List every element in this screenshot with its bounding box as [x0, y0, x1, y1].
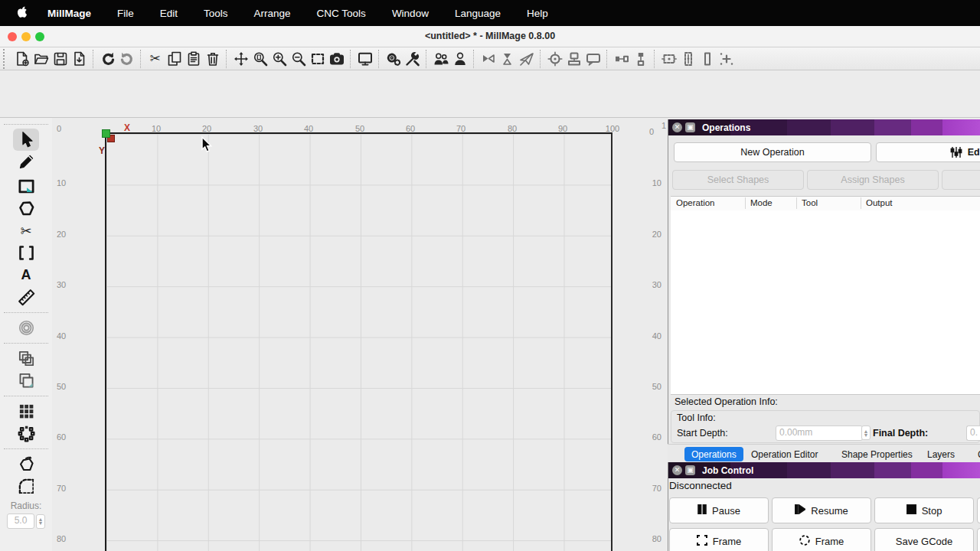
- pause-button[interactable]: Pause: [669, 497, 769, 523]
- clipped-button[interactable]: [977, 528, 980, 551]
- rectangle-tool[interactable]: [13, 175, 39, 197]
- menu-item-edit[interactable]: Edit: [160, 8, 178, 19]
- clipped-button[interactable]: [977, 497, 980, 523]
- operations-table-body[interactable]: [671, 210, 980, 395]
- undo-icon[interactable]: [98, 49, 117, 69]
- design-canvas[interactable]: 0 10 20 30 40 50 60 70 80 90 100 1 10 20…: [52, 118, 668, 551]
- size-vertical-icon[interactable]: [678, 49, 697, 69]
- radius-field[interactable]: 5.0: [7, 514, 34, 529]
- new-operation-button[interactable]: New Operation: [674, 142, 871, 162]
- close-panel-icon[interactable]: ✕: [672, 122, 682, 132]
- size-position-icon[interactable]: [717, 49, 736, 69]
- paste-icon[interactable]: [184, 49, 203, 69]
- menu-item-help[interactable]: Help: [527, 8, 548, 19]
- circular-array-tool[interactable]: [13, 422, 39, 445]
- size-reference-icon[interactable]: [659, 49, 678, 69]
- machine-tools-icon[interactable]: [403, 49, 422, 69]
- screenshot-icon[interactable]: [327, 49, 346, 69]
- boolean-subtract-tool[interactable]: [13, 370, 39, 392]
- marquee-select-icon[interactable]: [308, 49, 327, 69]
- size-bracket-icon[interactable]: [697, 49, 717, 69]
- new-file-icon[interactable]: [12, 49, 31, 69]
- edit-operation-button[interactable]: Edit: [876, 142, 980, 162]
- polygon-tool[interactable]: [13, 197, 39, 220]
- fillet-tool[interactable]: [13, 475, 39, 497]
- path-cut-tool[interactable]: ✂: [13, 220, 39, 242]
- set-origin-icon[interactable]: [545, 49, 564, 69]
- delete-icon[interactable]: [203, 49, 222, 69]
- stop-button[interactable]: Stop: [874, 497, 974, 523]
- tab-operation-editor[interactable]: Operation Editor: [744, 447, 825, 461]
- distribute-horizontal-icon[interactable]: [612, 49, 631, 69]
- origin-marker-green[interactable]: [102, 129, 110, 138]
- menu-item-window[interactable]: Window: [392, 8, 429, 19]
- menu-item-cnc-tools[interactable]: CNC Tools: [317, 8, 366, 19]
- measure-tool[interactable]: [13, 286, 39, 308]
- save-file-icon[interactable]: [51, 49, 70, 69]
- move-icon[interactable]: [231, 49, 250, 69]
- document-area[interactable]: [105, 132, 612, 551]
- text-kerning-icon[interactable]: [583, 49, 603, 69]
- float-panel-icon[interactable]: ▣: [685, 122, 695, 132]
- menu-item-app[interactable]: MillMage: [47, 8, 91, 19]
- menu-item-file[interactable]: File: [117, 8, 134, 19]
- column-output[interactable]: Output: [866, 198, 893, 207]
- y-axis-label: Y: [99, 145, 105, 156]
- toolbar-drag-handle[interactable]: [3, 49, 9, 69]
- frame-square-button[interactable]: Frame: [669, 528, 769, 551]
- copy-icon[interactable]: [165, 49, 184, 69]
- zoom-out-icon[interactable]: [289, 49, 308, 69]
- select-tool[interactable]: [13, 129, 39, 151]
- apple-menu-icon[interactable]: [15, 5, 28, 21]
- node-edit-tool[interactable]: [13, 242, 39, 264]
- machine-align-icon[interactable]: [564, 49, 583, 69]
- text-tool[interactable]: A: [13, 264, 39, 286]
- tab-camera-clipped[interactable]: C: [971, 447, 980, 461]
- offset-shape-tool[interactable]: [13, 317, 39, 339]
- frame-circle-icon: [799, 535, 810, 548]
- resume-button[interactable]: Resume: [772, 497, 871, 523]
- column-tool[interactable]: Tool: [802, 198, 818, 207]
- close-panel-icon[interactable]: ✕: [672, 465, 682, 475]
- distribute-vertical-icon[interactable]: [631, 49, 650, 69]
- radius-stepper[interactable]: ▲▼: [36, 514, 45, 529]
- cut-icon[interactable]: ✂: [145, 49, 165, 69]
- job-control-titlebar[interactable]: ✕ ▣ Job Control: [668, 462, 980, 478]
- import-file-icon[interactable]: [70, 49, 89, 69]
- menu-item-tools[interactable]: Tools: [204, 8, 228, 19]
- save-gcode-button[interactable]: Save GCode: [874, 528, 974, 551]
- settings-icon[interactable]: [384, 49, 403, 69]
- display-icon[interactable]: [355, 49, 374, 69]
- grid-array-tool[interactable]: [13, 400, 39, 422]
- users-icon[interactable]: [431, 49, 450, 69]
- menu-item-arrange[interactable]: Arrange: [254, 8, 291, 19]
- flip-vertical-icon[interactable]: [479, 49, 498, 69]
- assign-shapes-button[interactable]: Assign Shapes: [807, 170, 939, 190]
- tab-operations[interactable]: Operations: [684, 447, 743, 461]
- menu-item-language[interactable]: Language: [455, 8, 501, 19]
- delete-operation-button[interactable]: [942, 170, 980, 190]
- boolean-union-tool[interactable]: [13, 347, 39, 370]
- ruler-corner-zero: 0: [57, 124, 61, 133]
- draw-tool[interactable]: [13, 151, 39, 173]
- float-panel-icon[interactable]: ▣: [685, 465, 695, 475]
- select-shapes-button[interactable]: Select Shapes: [672, 170, 804, 190]
- frame-square-icon: [697, 535, 707, 548]
- final-depth-field[interactable]: 0.: [966, 425, 980, 441]
- open-file-icon[interactable]: [31, 49, 51, 69]
- zoom-in-icon[interactable]: [270, 49, 289, 69]
- tab-layers[interactable]: Layers: [920, 447, 962, 461]
- shear-icon[interactable]: [517, 49, 536, 69]
- frame-circle-button[interactable]: Frame: [772, 528, 871, 551]
- start-depth-field[interactable]: 0.00mm: [776, 425, 863, 441]
- start-depth-stepper[interactable]: ▲▼: [861, 425, 871, 440]
- column-operation[interactable]: Operation: [676, 198, 715, 207]
- zoom-to-page-icon[interactable]: [250, 49, 270, 69]
- rotate-shape-tool[interactable]: [13, 453, 39, 475]
- user-icon[interactable]: [450, 49, 469, 69]
- flip-horizontal-icon[interactable]: [498, 49, 517, 69]
- column-mode[interactable]: Mode: [750, 198, 773, 207]
- tab-shape-properties[interactable]: Shape Properties: [835, 447, 920, 461]
- redo-icon[interactable]: [117, 49, 136, 69]
- operations-panel-titlebar[interactable]: ✕ ▣ Operations: [668, 119, 980, 135]
